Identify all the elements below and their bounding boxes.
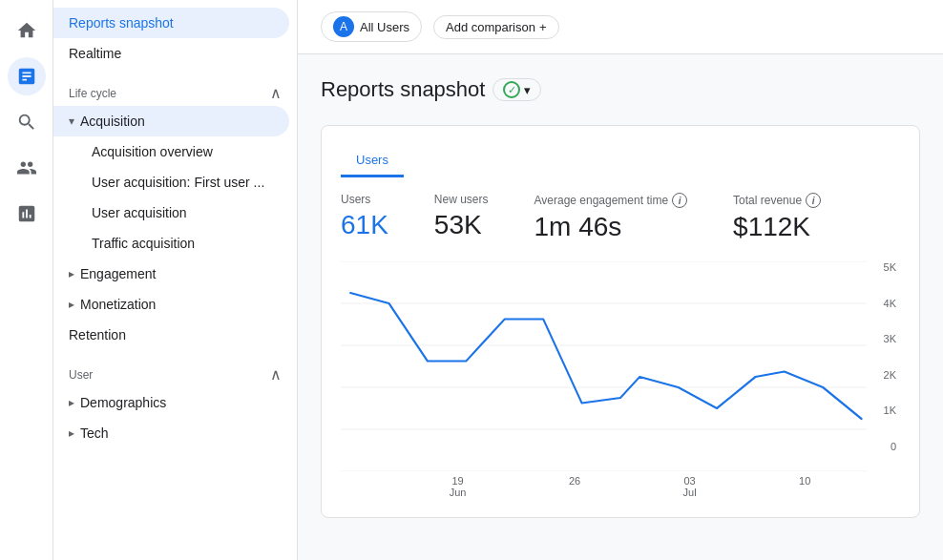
sidebar-item-traffic-acquisition[interactable]: Traffic acquisition <box>53 228 297 259</box>
user-section-label: User <box>69 368 93 382</box>
add-comparison-label: Add comparison <box>446 20 535 34</box>
stat-engagement: Average engagement time i 1m 46s <box>534 193 688 242</box>
page-title: Reports snapshot <box>321 77 485 102</box>
sidebar-item-user-acquisition[interactable]: User acquisition <box>53 197 297 228</box>
lifecycle-chevron[interactable]: ∧ <box>270 84 282 102</box>
demographics-arrow: ▸ <box>69 396 74 409</box>
acquisition-arrow: ▾ <box>69 114 74 128</box>
chevron-down-icon: ▾ <box>524 83 531 97</box>
chart-y-labels: 5K 4K 3K 2K 1K 0 <box>867 261 900 452</box>
acquisition-label: Acquisition <box>80 114 145 129</box>
chart-svg <box>341 261 900 471</box>
search-icon[interactable] <box>8 103 46 141</box>
x-label-10: 10 <box>799 475 810 498</box>
demographics-label: Demographics <box>80 395 166 410</box>
demographics-header[interactable]: ▸ Demographics <box>53 387 297 418</box>
stats-tabs: Users <box>341 145 900 177</box>
tech-label: Tech <box>80 425 109 441</box>
sidebar: Reports snapshot Realtime Life cycle ∧ ▾… <box>53 0 298 560</box>
all-users-chip[interactable]: A All Users <box>321 11 422 42</box>
user-section-header: User ∧ <box>53 350 297 387</box>
stats-row: Users 61K New users 53K Average engageme… <box>341 193 900 242</box>
users-label: Users <box>341 193 388 206</box>
monetization-header[interactable]: ▸ Monetization <box>53 289 297 320</box>
stats-card: Users Users 61K New users 53K <box>321 125 920 518</box>
verified-button[interactable]: ✓ ▾ <box>492 78 541 101</box>
add-comparison-button[interactable]: Add comparison + <box>433 15 559 39</box>
new-users-value: 53K <box>434 210 489 240</box>
content-area: Reports snapshot ✓ ▾ Users Users 61K <box>298 54 943 560</box>
user-section-chevron[interactable]: ∧ <box>270 365 282 384</box>
acquisition-group: ▾ Acquisition Acquisition overview User … <box>53 106 297 259</box>
reports-icon[interactable] <box>8 195 46 233</box>
lifecycle-label: Life cycle <box>69 87 116 100</box>
acquisition-header[interactable]: ▾ Acquisition <box>53 106 289 136</box>
chart-x-labels: 19 Jun 26 03 Jul 10 <box>341 471 900 498</box>
monetization-arrow: ▸ <box>69 298 74 311</box>
sidebar-item-user-acquisition-first[interactable]: User acquisition: First user ... <box>53 167 297 197</box>
x-label-19jun: 19 Jun <box>450 475 467 498</box>
sidebar-item-realtime[interactable]: Realtime <box>53 38 289 69</box>
sidebar-item-acquisition-overview[interactable]: Acquisition overview <box>53 136 297 167</box>
add-icon: + <box>539 20 547 34</box>
users-tab[interactable]: Users <box>341 145 404 177</box>
all-users-label: All Users <box>360 20 409 34</box>
page-title-row: Reports snapshot ✓ ▾ <box>321 77 920 102</box>
sidebar-item-retention[interactable]: Retention <box>53 320 289 350</box>
engagement-value: 1m 46s <box>534 212 688 242</box>
top-bar: A All Users Add comparison + <box>298 0 943 54</box>
retention-label: Retention <box>69 327 126 342</box>
revenue-label: Total revenue i <box>733 193 821 208</box>
stat-new-users: New users 53K <box>434 193 489 242</box>
engagement-arrow: ▸ <box>69 267 74 280</box>
engagement-header[interactable]: ▸ Engagement <box>53 259 297 289</box>
new-users-label: New users <box>434 193 489 206</box>
revenue-info-icon[interactable]: i <box>806 193 821 208</box>
stat-revenue: Total revenue i $112K <box>733 193 821 242</box>
engagement-label: Engagement <box>80 266 156 281</box>
main-content: A All Users Add comparison + Reports sna… <box>298 0 943 560</box>
x-label-03jul: 03 Jul <box>683 475 697 498</box>
icon-rail <box>0 0 53 560</box>
realtime-label: Realtime <box>69 46 121 61</box>
audience-icon[interactable] <box>8 149 46 187</box>
engagement-label: Average engagement time i <box>534 193 688 208</box>
sidebar-item-reports-snapshot[interactable]: Reports snapshot <box>53 8 289 38</box>
tech-arrow: ▸ <box>69 426 74 440</box>
users-value: 61K <box>341 210 388 240</box>
avatar: A <box>333 16 354 37</box>
stat-users: Users 61K <box>341 193 388 242</box>
lifecycle-section-header: Life cycle ∧ <box>53 69 297 106</box>
analytics-icon[interactable] <box>8 57 46 95</box>
check-circle-icon: ✓ <box>503 81 520 98</box>
revenue-value: $112K <box>733 212 821 242</box>
tech-header[interactable]: ▸ Tech <box>53 418 297 448</box>
x-label-26: 26 <box>569 475 580 498</box>
reports-snapshot-label: Reports snapshot <box>69 15 174 31</box>
monetization-label: Monetization <box>80 297 156 312</box>
engagement-info-icon[interactable]: i <box>672 193 687 208</box>
home-icon[interactable] <box>8 11 46 50</box>
chart-container: 5K 4K 3K 2K 1K 0 <box>341 261 900 471</box>
